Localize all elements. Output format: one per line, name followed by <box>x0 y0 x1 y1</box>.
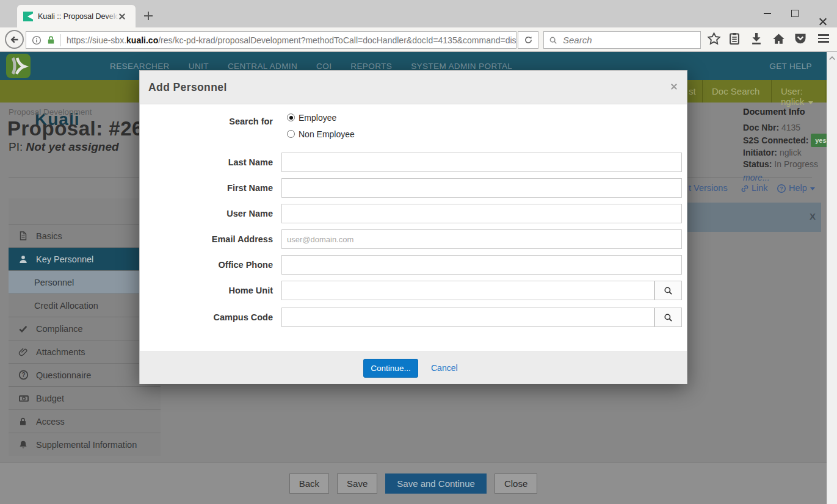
user-menu[interactable]: User: nglick <box>781 86 827 107</box>
sidebar-item-basics[interactable]: Basics <box>9 224 161 247</box>
sidebar-item-personnel[interactable]: Personnel <box>9 270 161 293</box>
radio-non-employee[interactable] <box>287 130 295 138</box>
proposal-sidebar: Basics Key Personnel Personnel Credit Al… <box>9 198 161 456</box>
s2s-label: S2S Connected: <box>743 135 808 145</box>
sidebar-item-budget[interactable]: Budget <box>9 386 161 409</box>
sidebar-blank-header <box>9 198 161 224</box>
help-link[interactable]: Help <box>789 183 815 193</box>
reload-button[interactable] <box>518 31 538 49</box>
last-name-field[interactable] <box>281 153 682 172</box>
back-button[interactable] <box>5 30 24 49</box>
more-link[interactable]: more... <box>743 172 828 184</box>
sidebar-item-attachments[interactable]: Attachments <box>9 340 161 363</box>
sidebar-item-supplemental-information[interactable]: Supplemental Information <box>9 433 161 456</box>
tab-close-icon[interactable] <box>118 13 126 20</box>
svg-text:?: ? <box>780 185 783 192</box>
link-chain-icon[interactable] <box>740 184 750 193</box>
url-prefix: https://siue-sbx. <box>67 35 126 45</box>
nav-item-central-admin[interactable]: CENTRAL ADMIN <box>228 62 297 71</box>
nav-item-coi[interactable]: COI <box>316 62 332 71</box>
reading-list-icon[interactable] <box>728 32 741 45</box>
sidebar-item-label: Key Personnel <box>36 254 93 264</box>
page-footer: Back Save Save and Continue Close <box>0 463 827 504</box>
first-name-label: First Name <box>140 183 273 193</box>
search-input[interactable] <box>562 34 700 46</box>
url-bar[interactable]: https://siue-sbx.kuali.co/res/kc-pd-krad… <box>26 31 516 49</box>
doc-search-link[interactable]: Doc Search <box>712 86 759 96</box>
close-page-button[interactable]: Close <box>495 473 537 494</box>
browser-tab[interactable]: Kuali :: Proposal Developme <box>17 5 136 27</box>
email-address-field[interactable] <box>281 229 682 249</box>
window-maximize-icon[interactable] <box>791 10 799 17</box>
continue-button[interactable]: Continue... <box>363 359 418 378</box>
save-and-continue-button[interactable]: Save and Continue <box>385 473 487 494</box>
sidebar-item-credit-allocation[interactable]: Credit Allocation <box>9 293 161 317</box>
versions-link-fragment[interactable]: t Versions <box>689 183 728 193</box>
screen: Kuali :: Proposal Developme https://siue… <box>0 0 837 504</box>
bookmark-star-icon[interactable] <box>707 32 721 46</box>
vertical-scrollbar[interactable] <box>827 52 837 504</box>
nav-item-researcher[interactable]: RESEARCHER <box>110 62 170 71</box>
user-menu-label: User: nglick <box>781 86 804 107</box>
status-row: Status: In Progress <box>743 159 828 170</box>
page-title: Proposal: #26 <box>7 117 143 140</box>
window-close-icon[interactable] <box>819 17 827 26</box>
home-unit-field[interactable] <box>281 281 654 300</box>
first-name-field[interactable] <box>281 178 682 198</box>
site-info-icon[interactable] <box>32 35 42 45</box>
modal-close-icon[interactable] <box>670 83 678 90</box>
modal-footer: Continue... Cancel <box>140 351 687 384</box>
doc-nbr-value: 4135 <box>781 123 800 132</box>
nav-item-unit[interactable]: UNIT <box>189 62 209 71</box>
kuali-logo-icon[interactable] <box>6 54 31 78</box>
sidebar-item-key-personnel[interactable]: Key Personnel <box>9 247 161 270</box>
portal-item-fragment[interactable]: st <box>689 86 696 96</box>
svg-text:?: ? <box>21 372 25 378</box>
nav-item-reports[interactable]: REPORTS <box>350 62 392 71</box>
url-domain: kuali.co <box>126 35 158 45</box>
pi-value: Not yet assigned <box>26 140 119 153</box>
office-phone-label: Office Phone <box>140 260 273 270</box>
back-page-button[interactable]: Back <box>289 473 329 494</box>
doc-nbr-row: Doc Nbr: 4135 <box>743 122 828 134</box>
campus-code-label: Campus Code <box>140 312 273 322</box>
campus-code-field[interactable] <box>281 308 654 327</box>
document-icon <box>18 231 31 241</box>
home-unit-lookup-button[interactable] <box>654 281 682 300</box>
link-link[interactable]: Link <box>752 183 768 193</box>
banknote-icon <box>18 394 31 403</box>
pocket-icon[interactable] <box>794 32 807 45</box>
new-tab-plus-icon[interactable] <box>144 12 153 20</box>
home-icon[interactable] <box>772 32 786 46</box>
sidebar-item-access[interactable]: Access <box>9 409 161 433</box>
user-name-field[interactable] <box>281 204 682 223</box>
downloads-icon[interactable] <box>750 32 763 45</box>
https-padlock-icon[interactable] <box>46 35 56 45</box>
user-name-label: User Name <box>140 209 273 218</box>
save-button[interactable]: Save <box>337 473 377 494</box>
s2s-row: S2S Connected: yes <box>743 134 828 147</box>
alert-close-button[interactable]: X <box>810 211 816 221</box>
search-for-label: Search for <box>140 117 273 126</box>
office-phone-field[interactable] <box>281 255 682 275</box>
scroll-up-icon[interactable] <box>828 55 836 61</box>
home-unit-label: Home Unit <box>140 286 273 295</box>
bell-icon <box>18 440 31 450</box>
nav-item-system-admin-portal[interactable]: SYSTEM ADMIN PORTAL <box>411 62 512 71</box>
radio-employee[interactable] <box>287 113 295 121</box>
sidebar-item-questionnaire[interactable]: ? Questionnaire <box>9 363 161 386</box>
pi-label: PI: <box>9 140 23 153</box>
browser-search[interactable] <box>543 31 701 49</box>
window-minimize-icon[interactable] <box>764 13 771 14</box>
menu-hamburger-icon[interactable] <box>818 34 829 43</box>
sidebar-item-compliance[interactable]: Compliance <box>9 317 161 340</box>
cancel-link[interactable]: Cancel <box>431 363 458 373</box>
sidebar-item-label: Credit Allocation <box>34 301 98 311</box>
radio-employee-label[interactable]: Employee <box>299 113 336 123</box>
campus-code-lookup-button[interactable] <box>654 308 682 327</box>
status-value: In Progress <box>774 159 818 169</box>
get-help-link[interactable]: GET HELP <box>769 62 812 71</box>
portal-separator <box>702 80 703 103</box>
radio-non-employee-label[interactable]: Non Employee <box>299 129 355 139</box>
help-question-icon[interactable]: ? <box>777 184 786 193</box>
